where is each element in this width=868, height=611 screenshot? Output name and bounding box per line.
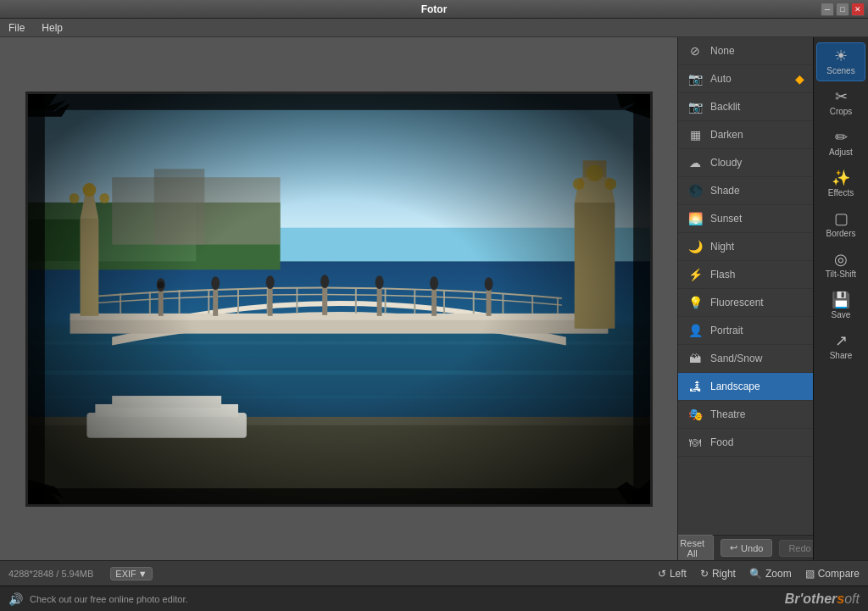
- photo-dimensions: 4288*2848 / 5.94MB: [8, 569, 93, 579]
- minimize-button[interactable]: ─: [821, 3, 834, 16]
- zoom-button[interactable]: 🔍 Zoom: [749, 568, 792, 580]
- close-button[interactable]: ✕: [851, 3, 865, 16]
- maximize-button[interactable]: □: [836, 3, 849, 16]
- scene-item-sandsnow[interactable]: 🏔 Sand/Snow: [678, 345, 813, 373]
- scene-label-night: Night: [710, 241, 734, 253]
- photo-frame: {[...Array(30)].map((_, i) => ``).join('…: [25, 92, 653, 507]
- bridge-svg: {[...Array(30)].map((_, i) => ``).join('…: [28, 94, 650, 504]
- scene-item-flash[interactable]: ⚡ Flash: [678, 261, 813, 289]
- crops-tool-icon: ✂: [835, 89, 848, 104]
- rotate-left-button[interactable]: ↺ Left: [658, 568, 687, 580]
- toolbar-right: ☀ Scenes ✂ Crops ✏ Adjust ✨ Effects ▢ Bo…: [813, 37, 868, 560]
- rotate-right-label: Right: [712, 568, 736, 580]
- rotate-left-label: Left: [670, 568, 687, 580]
- scenes-tool-icon: ☀: [834, 48, 848, 64]
- adjust-tool-label: Adjust: [829, 147, 853, 157]
- bottom-bar: 4288*2848 / 5.94MB EXIF ▼ ↺ Left ↻ Right…: [0, 560, 868, 586]
- landscape-icon: 🏞: [687, 378, 704, 395]
- undo-icon: ↩: [730, 542, 737, 553]
- auto-icon: 📷: [687, 70, 704, 87]
- effects-tool-button[interactable]: ✨ Effects: [816, 164, 865, 203]
- file-menu[interactable]: File: [5, 20, 28, 36]
- scene-item-darken[interactable]: ▦ Darken: [678, 121, 813, 149]
- status-message: Check out our free online photo editor.: [30, 594, 188, 604]
- save-tool-label: Save: [832, 310, 851, 319]
- fluorescent-icon: 💡: [687, 294, 704, 311]
- none-icon: ⊘: [687, 42, 704, 59]
- adjust-tool-button[interactable]: ✏ Adjust: [816, 124, 865, 163]
- compare-icon: ▧: [805, 568, 815, 580]
- zoom-label: Zoom: [765, 568, 792, 580]
- help-menu[interactable]: Help: [38, 20, 66, 36]
- rotate-right-icon: ↻: [700, 568, 709, 580]
- undo-button[interactable]: ↩ Undo: [721, 539, 772, 557]
- scene-action-bar: Reset All ↩ Undo Redo: [678, 535, 813, 560]
- window-controls: ─ □ ✕: [821, 3, 865, 16]
- scene-item-cloudy[interactable]: ☁ Cloudy: [678, 149, 813, 177]
- tiltshift-tool-button[interactable]: ◎ Tilt-Shift: [816, 246, 865, 285]
- borders-tool-icon: ▢: [834, 211, 849, 226]
- scene-item-food[interactable]: 🍽 Food: [678, 429, 813, 457]
- crops-tool-button[interactable]: ✂ Crops: [816, 83, 865, 122]
- redo-button[interactable]: Redo: [779, 540, 813, 557]
- bottom-actions: ↺ Left ↻ Right 🔍 Zoom ▧ Compare: [658, 568, 860, 580]
- scene-label-none: None: [710, 45, 735, 57]
- scene-label-darken: Darken: [710, 129, 743, 141]
- bridge-photo: {[...Array(30)].map((_, i) => ``).join('…: [28, 94, 650, 504]
- scenes-panel: ⊘ None 📷 Auto ◆ 📷 Backlit ▦ Darken ☁: [677, 37, 813, 560]
- scene-label-sunset: Sunset: [710, 213, 742, 225]
- scene-item-night[interactable]: 🌙 Night: [678, 233, 813, 261]
- scene-item-theatre[interactable]: 🎭 Theatre: [678, 401, 813, 429]
- sandsnow-icon: 🏔: [687, 350, 704, 367]
- save-tool-button[interactable]: 💾 Save: [816, 286, 865, 325]
- compare-button[interactable]: ▧ Compare: [805, 568, 860, 580]
- exif-dropdown-icon: ▼: [138, 569, 147, 579]
- title-bar: Fotor ─ □ ✕: [0, 0, 868, 19]
- scene-item-portrait[interactable]: 👤 Portrait: [678, 317, 813, 345]
- reset-all-button[interactable]: Reset All: [677, 535, 714, 561]
- scene-item-auto[interactable]: 📷 Auto ◆: [678, 65, 813, 93]
- scene-item-backlit[interactable]: 📷 Backlit: [678, 93, 813, 121]
- scene-item-none[interactable]: ⊘ None: [678, 37, 813, 65]
- scene-label-fluorescent: Fluorescent: [710, 297, 764, 308]
- scene-label-theatre: Theatre: [710, 408, 745, 420]
- svg-rect-62: [28, 94, 650, 504]
- exif-label: EXIF: [115, 569, 136, 579]
- scene-label-backlit: Backlit: [710, 101, 740, 113]
- svg-rect-64: [28, 488, 650, 504]
- scene-label-flash: Flash: [710, 269, 735, 281]
- flash-icon: ⚡: [687, 266, 704, 283]
- zoom-icon: 🔍: [749, 568, 762, 580]
- exif-badge[interactable]: EXIF ▼: [110, 567, 152, 580]
- crops-tool-label: Crops: [830, 107, 853, 116]
- cloudy-icon: ☁: [687, 154, 704, 171]
- borders-tool-label: Borders: [826, 229, 855, 238]
- portrait-icon: 👤: [687, 322, 704, 339]
- rotate-left-icon: ↺: [658, 568, 666, 580]
- scene-item-sunset[interactable]: 🌅 Sunset: [678, 205, 813, 233]
- svg-rect-66: [633, 94, 650, 504]
- scene-item-fluorescent[interactable]: 💡 Fluorescent: [678, 289, 813, 317]
- scene-item-landscape[interactable]: 🏞 Landscape: [678, 373, 813, 401]
- shade-icon: 🌑: [687, 182, 704, 199]
- share-tool-button[interactable]: ↗ Share: [816, 327, 865, 366]
- app-title: Fotor: [421, 3, 448, 15]
- auto-checkmark: ◆: [795, 72, 804, 86]
- svg-rect-63: [28, 94, 650, 110]
- scene-item-shade[interactable]: 🌑 Shade: [678, 177, 813, 205]
- brothers-logo: Br'othersoft: [785, 592, 860, 607]
- theatre-icon: 🎭: [687, 406, 704, 423]
- scene-label-portrait: Portrait: [710, 325, 743, 336]
- borders-tool-button[interactable]: ▢ Borders: [816, 205, 865, 244]
- night-icon: 🌙: [687, 238, 704, 255]
- canvas-area: {[...Array(30)].map((_, i) => ``).join('…: [0, 37, 677, 560]
- tiltshift-tool-label: Tilt-Shift: [826, 269, 856, 279]
- rotate-right-button[interactable]: ↻ Right: [700, 568, 736, 580]
- scenes-tool-button[interactable]: ☀ Scenes: [816, 42, 865, 81]
- adjust-tool-icon: ✏: [835, 130, 848, 145]
- share-tool-icon: ↗: [835, 333, 848, 348]
- backlit-icon: 📷: [687, 98, 704, 115]
- scene-list: ⊘ None 📷 Auto ◆ 📷 Backlit ▦ Darken ☁: [678, 37, 813, 535]
- svg-rect-65: [28, 94, 45, 504]
- scene-label-auto: Auto: [710, 73, 732, 85]
